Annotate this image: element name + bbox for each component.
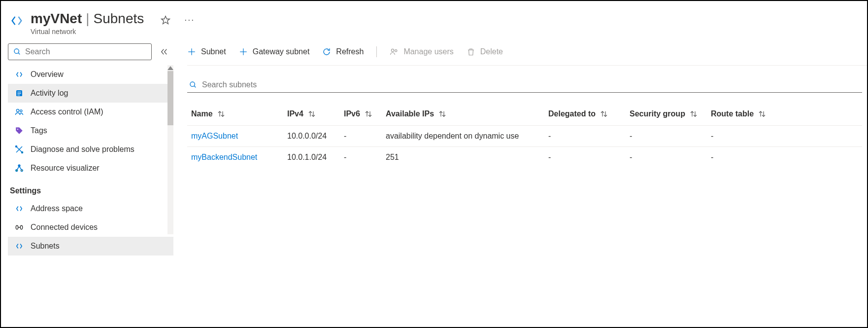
- cell-delegated: -: [544, 126, 626, 147]
- add-subnet-button[interactable]: Subnet: [187, 47, 226, 56]
- nav-list: Overview Activity log Access control (IA…: [8, 65, 173, 178]
- refresh-icon: [322, 47, 331, 56]
- subnet-search[interactable]: [187, 77, 862, 93]
- subnet-link[interactable]: myBackendSubnet: [191, 153, 257, 161]
- svg-point-7: [16, 109, 19, 111]
- diagnose-icon: [15, 145, 24, 154]
- sort-icon: [364, 110, 373, 118]
- nav-overview[interactable]: Overview: [8, 65, 173, 84]
- refresh-button[interactable]: Refresh: [322, 47, 364, 56]
- nav-subnets[interactable]: Subnets: [8, 237, 173, 255]
- settings-nav-list: Address space Connected devices Subnets: [8, 199, 173, 255]
- svg-point-13: [22, 152, 23, 153]
- nav-diagnose[interactable]: Diagnose and solve problems: [8, 140, 173, 159]
- nav-label: Connected devices: [31, 223, 98, 232]
- cell-delegated: -: [544, 147, 626, 168]
- manage-users-button: Manage users: [390, 47, 453, 56]
- sort-icon: [438, 110, 447, 118]
- add-gateway-subnet-button[interactable]: Gateway subnet: [239, 47, 310, 56]
- page-header: myVNet | Subnets Virtual network ···: [1, 1, 867, 40]
- nav-resource-visualizer[interactable]: Resource visualizer: [8, 159, 173, 178]
- delete-button: Delete: [467, 47, 503, 56]
- connected-devices-icon: [15, 223, 24, 232]
- resource-visualizer-icon: [15, 164, 24, 173]
- scroll-up-arrow-icon[interactable]: [167, 66, 173, 70]
- svg-point-9: [17, 129, 18, 130]
- activity-log-icon: [15, 89, 24, 98]
- cell-security: -: [626, 147, 707, 168]
- plus-icon: [239, 47, 248, 56]
- favorite-star-icon[interactable]: [161, 15, 170, 25]
- sort-icon: [689, 110, 698, 118]
- sidebar-scrollbar[interactable]: [167, 65, 173, 234]
- th-ipv4[interactable]: IPv4: [283, 103, 340, 126]
- svg-rect-5: [17, 93, 21, 94]
- nav-label: Address space: [31, 204, 83, 213]
- command-bar: Subnet Gateway subnet Refresh Manage use…: [187, 43, 867, 66]
- nav-label: Diagnose and solve problems: [31, 145, 134, 154]
- people-icon: [15, 108, 24, 116]
- btn-label: Delete: [480, 47, 503, 56]
- table-row[interactable]: myBackendSubnet 10.0.1.0/24 - 251 - - -: [187, 147, 862, 168]
- nav-activity-log[interactable]: Activity log: [8, 84, 173, 103]
- cell-security: -: [626, 126, 707, 147]
- settings-group-title: Settings: [8, 178, 173, 199]
- trash-icon: [467, 47, 475, 56]
- svg-point-14: [18, 165, 20, 167]
- nav-tags[interactable]: Tags: [8, 121, 173, 140]
- cell-ipv4: 10.0.1.0/24: [283, 147, 340, 168]
- sidebar-search[interactable]: [8, 43, 152, 60]
- th-available[interactable]: Available IPs: [382, 103, 544, 126]
- svg-marker-0: [162, 16, 170, 24]
- sort-icon: [600, 110, 608, 118]
- search-icon: [189, 81, 197, 89]
- resource-name: myVNet: [31, 11, 82, 27]
- btn-label: Manage users: [403, 47, 453, 56]
- sidebar-search-input[interactable]: [25, 47, 146, 56]
- cell-route: -: [707, 147, 862, 168]
- btn-label: Subnet: [201, 47, 226, 56]
- title-block: myVNet | Subnets Virtual network: [31, 11, 144, 36]
- more-menu-icon[interactable]: ···: [184, 15, 195, 25]
- subnet-link[interactable]: myAGSubnet: [191, 132, 238, 140]
- cell-ipv6: -: [340, 126, 382, 147]
- table-row[interactable]: myAGSubnet 10.0.0.0/24 - availability de…: [187, 126, 862, 147]
- btn-label: Gateway subnet: [253, 47, 310, 56]
- scroll-thumb[interactable]: [167, 71, 173, 125]
- svg-line-29: [194, 86, 196, 87]
- tag-icon: [15, 126, 24, 135]
- nav-access-control[interactable]: Access control (IAM): [8, 103, 173, 121]
- svg-point-28: [190, 82, 195, 86]
- people-icon: [390, 47, 399, 56]
- vnet-icon: [10, 14, 24, 28]
- page-title: myVNet | Subnets: [31, 11, 144, 27]
- th-name[interactable]: Name: [187, 103, 283, 126]
- svg-point-1: [14, 49, 19, 53]
- nav-label: Overview: [31, 70, 64, 79]
- blade-name: Subnets: [94, 11, 144, 27]
- subnets-icon: [15, 242, 24, 251]
- toolbar-separator: [376, 46, 377, 57]
- th-security[interactable]: Security group: [626, 103, 707, 126]
- th-route[interactable]: Route table: [707, 103, 862, 126]
- sort-icon: [758, 110, 767, 118]
- svg-point-26: [392, 49, 394, 51]
- th-ipv6[interactable]: IPv6: [340, 103, 382, 126]
- nav-address-space[interactable]: Address space: [8, 199, 173, 218]
- cell-ipv6: -: [340, 147, 382, 168]
- svg-point-27: [395, 50, 397, 52]
- nav-label: Subnets: [31, 242, 60, 251]
- vnet-small-icon: [15, 70, 24, 79]
- sort-icon: [307, 110, 316, 118]
- nav-connected-devices[interactable]: Connected devices: [8, 218, 173, 237]
- sort-icon: [217, 110, 226, 118]
- collapse-sidebar-icon[interactable]: [160, 47, 168, 56]
- svg-point-12: [16, 146, 17, 147]
- cell-available: 251: [382, 147, 544, 168]
- subnet-search-input[interactable]: [202, 80, 860, 89]
- th-delegated[interactable]: Delegated to: [544, 103, 626, 126]
- svg-line-2: [18, 53, 20, 54]
- plus-icon: [187, 47, 196, 56]
- nav-label: Resource visualizer: [31, 164, 100, 173]
- nav-label: Access control (IAM): [31, 108, 103, 116]
